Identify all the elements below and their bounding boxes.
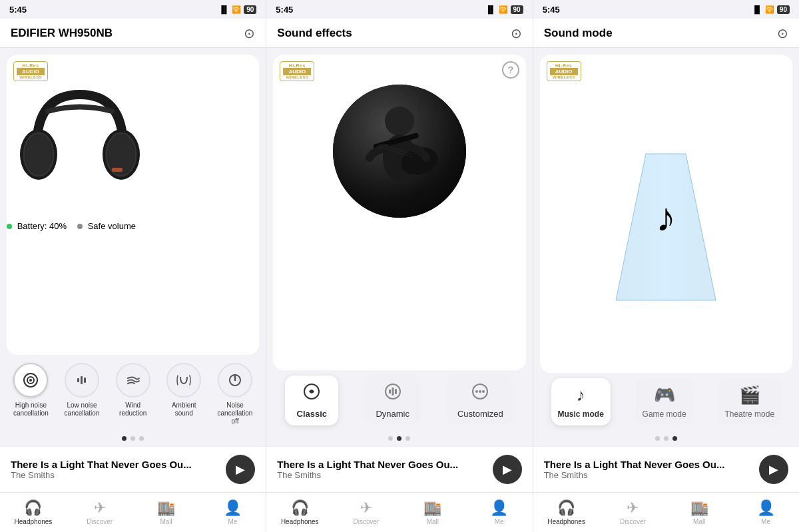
control-off[interactable]: Noise cancellation off [215,363,255,425]
low-noise-circle[interactable] [65,363,99,398]
nav-me-1[interactable]: 👤 Me [199,493,266,532]
classic-icon [302,382,321,405]
sound-mode-panel: Hi-Res AUDIO WIRELESS [533,48,799,492]
headers: EDIFIER WH950NB ⊙ Sound effects ⊙ Sound … [0,19,799,48]
dot-2-3 [405,436,410,441]
music-note: ♪ [656,194,676,240]
play-button-2[interactable]: ▶ [493,455,522,484]
off-label: Noise cancellation off [215,401,255,425]
dot-2-2 [397,436,401,441]
time-1: 5:45 [9,5,27,15]
control-wind[interactable]: Wind reduction [113,363,153,425]
theatre-mode-button[interactable]: 🎬 Theatre mode [718,378,781,425]
game-mode-button[interactable]: 🎮 Game mode [636,378,693,425]
nav-discover-3[interactable]: ✈ Discover [599,493,666,532]
dot-1-3 [139,436,144,441]
dot-3-1 [655,436,660,441]
discover-nav-icon-3: ✈ [627,499,639,517]
wind-label: Wind reduction [113,401,153,417]
play-button-1[interactable]: ▶ [226,455,255,484]
nav-discover-2[interactable]: ✈ Discover [333,493,400,532]
device-panel: Hi-Res AUDIO WIRELESS [0,48,266,492]
high-noise-circle[interactable] [13,363,48,398]
now-playing-3[interactable]: There Is a Light That Never Goes Ou... T… [533,446,799,492]
control-ambient[interactable]: Ambient sound [164,363,204,425]
battery-dot-green [7,224,12,229]
sound-effects-panel: Hi-Res AUDIO WIRELESS ? [266,48,533,492]
hi-res-top-1: Hi-Res [22,63,39,68]
settings-icon-3[interactable]: ⊙ [777,25,788,41]
signal-icon-1: ▐▌ [219,5,230,13]
mall-nav-icon-3: 🏬 [690,499,708,517]
battery-badge-2: 90 [511,5,523,14]
hi-res-top-2: Hi-Res [289,63,306,68]
ambient-circle[interactable] [166,363,201,398]
status-bar-2: 5:45 ▐▌ 🛜 90 [266,0,533,19]
nav-headphones-2[interactable]: 🎧 Headphones [266,493,333,532]
status-icons-2: ▐▌ 🛜 90 [485,5,523,14]
nav-headphones-1[interactable]: 🎧 Headphones [0,493,67,532]
control-high-noise[interactable]: High noise cancellation [11,363,51,425]
wifi-icon-3: 🛜 [765,5,774,14]
me-nav-icon-3: 👤 [757,499,775,517]
mall-nav-icon-2: 🏬 [423,499,441,517]
track-info-3: There Is a Light That Never Goes Ou... T… [544,459,759,480]
nav-headphones-3[interactable]: 🎧 Headphones [533,493,600,532]
settings-icon-2[interactable]: ⊙ [511,25,522,41]
hi-res-audio-2: AUDIO [283,68,311,75]
nav-me-3[interactable]: 👤 Me [732,493,799,532]
nav-mall-3[interactable]: 🏬 Mall [666,493,732,532]
track-artist-1: The Smiths [11,470,226,480]
now-playing-1[interactable]: There Is a Light That Never Goes Ou... T… [0,446,266,492]
header-soundeffects: Sound effects ⊙ [266,19,533,47]
main-content: Hi-Res AUDIO WIRELESS [0,48,799,492]
mall-nav-label-2: Mall [427,518,439,525]
device-card: Hi-Res AUDIO WIRELESS [7,55,259,355]
hi-res-wireless-1: WIRELESS [19,75,42,79]
off-circle[interactable] [218,363,252,398]
nav-discover-1[interactable]: ✈ Discover [67,493,133,532]
discover-nav-icon-1: ✈ [94,499,106,517]
now-playing-2[interactable]: There Is a Light That Never Goes Ou... T… [266,446,532,492]
headphones-nav-label-3: Headphones [547,518,585,525]
track-info-2: There Is a Light That Never Goes Ou... T… [277,459,492,480]
bottom-nav-2: 🎧 Headphones ✈ Discover 🏬 Mall 👤 Me [266,493,533,532]
hi-res-audio-3: AUDIO [550,68,578,75]
nav-me-2[interactable]: 👤 Me [466,493,533,532]
me-nav-label-3: Me [761,518,770,525]
signal-icon-2: ▐▌ [485,5,496,13]
wind-circle[interactable] [116,363,150,398]
guitar-figure [333,85,466,218]
track-title-2: There Is a Light That Never Goes Ou... [277,459,492,470]
me-nav-icon-1: 👤 [224,499,242,517]
header-title-soundmode: Sound mode [544,27,613,40]
time-3: 5:45 [543,5,560,15]
music-mode-label: Music mode [558,409,604,419]
nav-mall-2[interactable]: 🏬 Mall [400,493,466,532]
help-icon[interactable]: ? [502,61,519,79]
settings-icon-1[interactable]: ⊙ [244,25,255,41]
control-low-noise[interactable]: Low noise cancellation [62,363,102,425]
wifi-icon-2: 🛜 [499,5,508,14]
battery-text: Battery: 40% [17,221,67,231]
nav-mall-1[interactable]: 🏬 Mall [133,493,200,532]
svg-point-13 [385,107,414,136]
wifi-icon-1: 🛜 [232,5,241,14]
music-mode-button[interactable]: ♪ Music mode [551,378,611,425]
customized-button[interactable]: Customized [447,376,514,425]
headphones-nav-icon-1: 🎧 [24,499,42,517]
me-nav-label-2: Me [495,518,504,525]
dot-2-1 [388,436,393,441]
play-button-3[interactable]: ▶ [759,455,788,484]
svg-point-1 [25,134,52,174]
track-artist-3: The Smiths [544,470,759,480]
theatre-mode-icon: 🎬 [739,385,760,405]
noise-controls: High noise cancellation Low noise cancel… [0,355,266,431]
svg-rect-20 [392,388,394,396]
svg-point-24 [479,390,481,393]
dynamic-button[interactable]: Dynamic [365,376,420,425]
svg-rect-12 [84,378,86,383]
high-noise-label: High noise cancellation [11,401,51,417]
classic-button[interactable]: Classic [285,376,338,425]
ambient-label: Ambient sound [164,401,204,417]
